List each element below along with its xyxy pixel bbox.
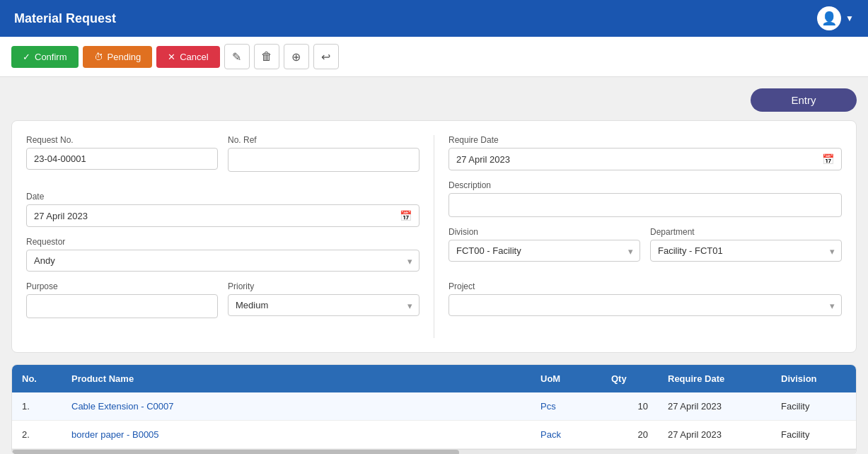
table-scrollbar[interactable] <box>12 449 856 454</box>
description-input[interactable] <box>449 193 842 217</box>
row2-qty: 20 <box>601 421 658 449</box>
table-row: 2. border paper - B0005 Pack 20 27 April… <box>12 421 856 449</box>
request-no-input[interactable]: 23-04-00001 <box>26 148 218 170</box>
col-require-date: Require Date <box>658 365 771 392</box>
row2-no: 2. <box>12 421 62 449</box>
project-select[interactable] <box>449 294 842 316</box>
row2-uom: Pack <box>531 421 601 449</box>
require-date-input[interactable]: 27 April 2023 📅 <box>449 148 842 170</box>
table-header: No. Product Name UoM Qty Require Date Di… <box>12 365 856 392</box>
form-card: Request No. 23-04-00001 No. Ref Date 27 … <box>11 120 857 353</box>
back-button[interactable]: ↩ <box>313 44 339 69</box>
priority-label: Priority <box>228 281 419 291</box>
main-content: Entry Request No. 23-04-00001 No. Ref Da… <box>0 77 868 454</box>
requestor-select[interactable]: Andy <box>26 250 419 272</box>
user-chevron-icon: ▼ <box>845 13 854 23</box>
priority-select[interactable]: Medium Low High <box>228 294 419 316</box>
division-group: Division FCT00 - Facility <box>449 227 640 262</box>
division-dept-row: Division FCT00 - Facility Department Fac… <box>449 227 842 272</box>
requestor-select-wrapper[interactable]: Andy <box>26 250 419 272</box>
table-row: 1. Cable Extension - C0007 Pcs 10 27 Apr… <box>12 392 856 421</box>
description-label: Description <box>449 180 842 190</box>
items-table-section: No. Product Name UoM Qty Require Date Di… <box>11 364 857 454</box>
user-avatar-icon: 👤 <box>817 6 841 30</box>
row1-require-date: 27 April 2023 <box>658 392 771 421</box>
add-button[interactable]: ⊕ <box>284 44 309 69</box>
purpose-priority-row: Purpose Priority Medium Low High <box>26 281 419 328</box>
toolbar: ✓ Confirm ⏱ Pending ✕ Cancel ✎ 🗑 ⊕ ↩ <box>0 37 868 77</box>
col-qty: Qty <box>601 365 658 392</box>
priority-select-wrapper[interactable]: Medium Low High <box>228 294 419 316</box>
division-label: Division <box>449 227 640 237</box>
items-table: No. Product Name UoM Qty Require Date Di… <box>12 365 856 449</box>
row1-qty: 10 <box>601 392 658 421</box>
row2-product[interactable]: border paper - B0005 <box>62 421 531 449</box>
request-no-group: Request No. 23-04-00001 <box>26 135 218 172</box>
division-select-wrapper[interactable]: FCT00 - Facility <box>449 240 640 262</box>
confirm-button[interactable]: ✓ Confirm <box>11 46 79 68</box>
division-select[interactable]: FCT00 - Facility <box>449 240 640 262</box>
department-select[interactable]: Facility - FCT01 <box>650 240 842 262</box>
require-date-group: Require Date 27 April 2023 📅 <box>449 135 842 170</box>
row1-division: Facility <box>771 392 856 421</box>
page-title: Material Request <box>14 11 116 26</box>
requestor-group: Requestor Andy <box>26 237 419 272</box>
form-left: Request No. 23-04-00001 No. Ref Date 27 … <box>26 135 419 338</box>
priority-group: Priority Medium Low High <box>228 281 419 318</box>
date-input[interactable]: 27 April 2023 📅 <box>26 204 419 227</box>
app-header: Material Request 👤 ▼ <box>0 0 868 37</box>
project-group: Project <box>449 281 842 316</box>
purpose-group: Purpose <box>26 281 218 318</box>
date-label: Date <box>26 192 419 202</box>
row1-no: 1. <box>12 392 62 421</box>
row1-product[interactable]: Cable Extension - C0007 <box>62 392 531 421</box>
scrollbar-thumb[interactable] <box>12 450 459 454</box>
department-label: Department <box>650 227 842 237</box>
delete-button[interactable]: 🗑 <box>254 44 279 69</box>
request-ref-row: Request No. 23-04-00001 No. Ref <box>26 135 419 182</box>
purpose-label: Purpose <box>26 281 218 291</box>
no-ref-label: No. Ref <box>228 135 419 145</box>
department-group: Department Facility - FCT01 <box>650 227 842 262</box>
cancel-button[interactable]: ✕ Cancel <box>156 46 219 68</box>
table-body: 1. Cable Extension - C0007 Pcs 10 27 Apr… <box>12 392 856 449</box>
form-divider <box>434 135 434 338</box>
project-label: Project <box>449 281 842 291</box>
row2-require-date: 27 April 2023 <box>658 421 771 449</box>
no-ref-input[interactable] <box>228 148 419 172</box>
form-right: Require Date 27 April 2023 📅 Description… <box>449 135 842 338</box>
user-menu[interactable]: 👤 ▼ <box>817 6 854 30</box>
col-uom: UoM <box>531 365 601 392</box>
requestor-label: Requestor <box>26 237 419 247</box>
request-no-label: Request No. <box>26 135 218 145</box>
date-group: Date 27 April 2023 📅 <box>26 192 419 227</box>
col-no: No. <box>12 365 62 392</box>
edit-button[interactable]: ✎ <box>224 44 250 69</box>
department-select-wrapper[interactable]: Facility - FCT01 <box>650 240 842 262</box>
require-date-label: Require Date <box>449 135 842 145</box>
date-calendar-icon: 📅 <box>400 210 412 221</box>
row1-uom: Pcs <box>531 392 601 421</box>
pending-button[interactable]: ⏱ Pending <box>83 46 153 68</box>
require-date-calendar-icon: 📅 <box>822 153 834 165</box>
entry-badge-row: Entry <box>11 88 857 112</box>
col-product: Product Name <box>62 365 531 392</box>
row2-division: Facility <box>771 421 856 449</box>
description-group: Description <box>449 180 842 217</box>
project-select-wrapper[interactable] <box>449 294 842 316</box>
purpose-input[interactable] <box>26 294 218 318</box>
col-division: Division <box>771 365 856 392</box>
confirm-check-icon: ✓ <box>23 52 30 62</box>
entry-badge: Entry <box>751 88 857 112</box>
no-ref-group: No. Ref <box>228 135 419 172</box>
pending-clock-icon: ⏱ <box>94 52 103 62</box>
cancel-x-icon: ✕ <box>168 52 175 62</box>
